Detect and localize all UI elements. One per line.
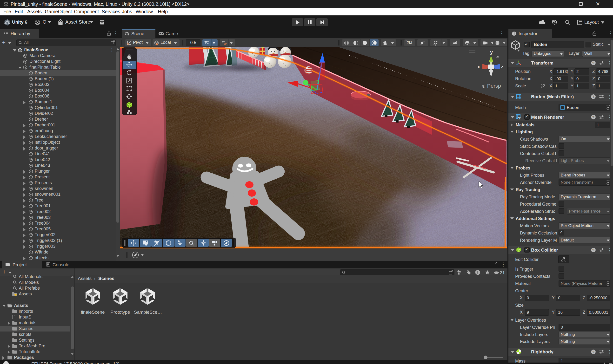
svg-text:?: ? — [592, 248, 594, 252]
svg-text:?: ? — [592, 115, 594, 119]
svg-text:z: z — [501, 64, 503, 69]
svg-text:⩽ Persp: ⩽ Persp — [481, 83, 501, 89]
svg-text:?: ? — [592, 61, 594, 65]
svg-text:y: y — [490, 50, 493, 55]
svg-text:?: ? — [592, 95, 594, 98]
svg-text:x: x — [477, 64, 480, 69]
svg-text:?: ? — [592, 350, 594, 354]
